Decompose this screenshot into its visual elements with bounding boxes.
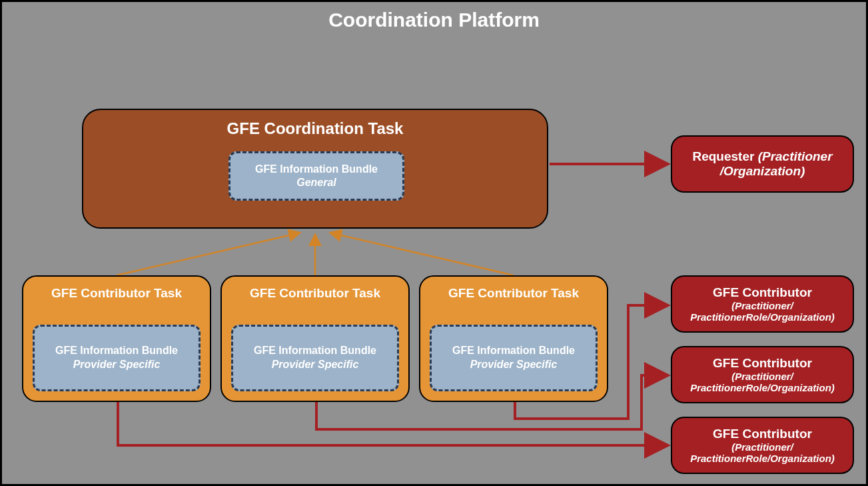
gfe-information-bundle-provider: GFE Information Bundle Provider Specific	[33, 325, 201, 391]
contributor-sub2: PractitionerRole/Organization)	[676, 382, 849, 393]
requester-box: Requester (Practitioner /Organization)	[671, 135, 854, 193]
requester-title: Requester (Practitioner /Organization)	[676, 149, 849, 179]
contributor-title: GFE Contributor	[676, 356, 849, 371]
gfe-information-bundle-provider: GFE Information Bundle Provider Specific	[231, 325, 399, 391]
gfe-coordination-task-box: GFE Coordination Task GFE Information Bu…	[82, 109, 548, 229]
bundle-subtitle: General	[230, 176, 402, 189]
arrows-layer	[2, 2, 868, 486]
gfe-contributor-task-2: GFE Contributor Task GFE Information Bun…	[220, 275, 410, 402]
requester-word: Requester	[692, 149, 757, 163]
gfe-coordination-task-title: GFE Coordination Task	[83, 119, 547, 138]
contributor-sub2: PractitionerRole/Organization)	[676, 311, 849, 323]
svg-line-2	[330, 233, 514, 275]
contributor-task-title: GFE Contributor Task	[222, 286, 408, 301]
gfe-contributor-box-2: GFE Contributor (Practitioner/ Practitio…	[671, 346, 854, 403]
contributor-sub2: PractitionerRole/Organization)	[676, 453, 849, 464]
bundle-title: GFE Information Bundle	[35, 344, 199, 358]
bundle-title: GFE Information Bundle	[233, 344, 397, 358]
platform-title: Coordination Platform	[2, 9, 866, 31]
bundle-subtitle: Provider Specific	[233, 358, 397, 372]
gfe-information-bundle-provider: GFE Information Bundle Provider Specific	[430, 325, 598, 391]
svg-line-0	[117, 233, 300, 275]
bundle-subtitle: Provider Specific	[432, 358, 596, 372]
bundle-title: GFE Information Bundle	[432, 344, 596, 358]
contributor-sub1: (Practitioner/	[676, 371, 849, 382]
gfe-contributor-box-3: GFE Contributor (Practitioner/ Practitio…	[671, 417, 854, 474]
gfe-contributor-task-1: GFE Contributor Task GFE Information Bun…	[22, 275, 211, 402]
contributor-task-title: GFE Contributor Task	[420, 286, 607, 301]
gfe-information-bundle-general: GFE Information Bundle General	[228, 151, 404, 201]
gfe-contributor-box-1: GFE Contributor (Practitioner/ Practitio…	[671, 275, 854, 333]
coordination-platform-diagram: Coordination Platform GFE Coordination T…	[0, 0, 868, 486]
contributor-title: GFE Contributor	[676, 427, 849, 441]
bundle-subtitle: Provider Specific	[35, 358, 199, 372]
contributor-sub1: (Practitioner/	[676, 441, 849, 453]
gfe-contributor-task-3: GFE Contributor Task GFE Information Bun…	[419, 275, 608, 402]
bundle-title: GFE Information Bundle	[230, 163, 402, 176]
contributor-sub1: (Practitioner/	[676, 300, 849, 311]
contributor-title: GFE Contributor	[676, 285, 849, 300]
contributor-task-title: GFE Contributor Task	[23, 286, 210, 301]
